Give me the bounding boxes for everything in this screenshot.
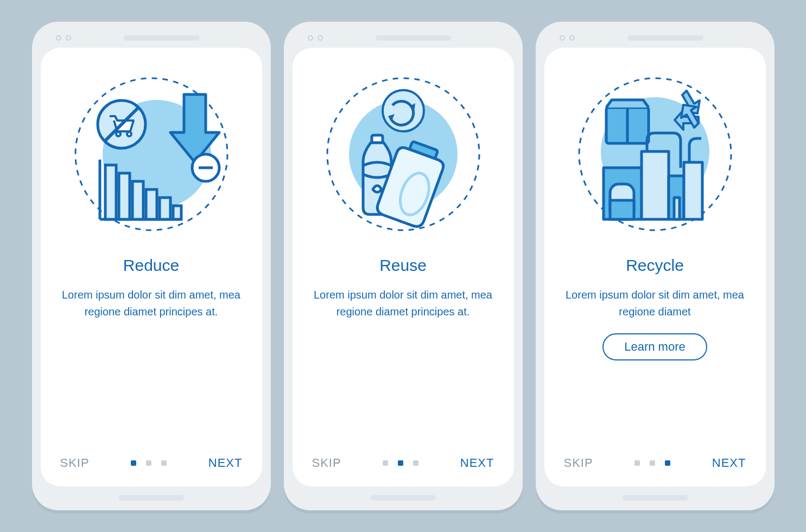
- screen-body: Lorem ipsum dolor sit dim amet, mea regi…: [311, 287, 496, 320]
- pager-dot[interactable]: [665, 460, 670, 466]
- screen-body: Lorem ipsum dolor sit dim amet, mea regi…: [563, 287, 747, 320]
- svg-rect-34: [684, 162, 702, 219]
- next-button[interactable]: NEXT: [208, 456, 243, 470]
- pager-dot[interactable]: [146, 460, 151, 466]
- svg-rect-14: [146, 189, 157, 219]
- phone-status-bar: [544, 30, 766, 46]
- home-indicator: [371, 495, 436, 501]
- svg-rect-13: [132, 181, 143, 219]
- reuse-illustration: [322, 73, 485, 236]
- screen-title: Reduce: [123, 256, 179, 275]
- phone-speaker: [376, 35, 452, 41]
- onboarding-screen: ReuseLorem ipsum dolor sit dim amet, mea…: [293, 48, 514, 486]
- phone-mockup-3: RecycleLorem ipsum dolor sit dim amet, m…: [536, 22, 775, 510]
- svg-rect-31: [610, 200, 634, 219]
- phone-speaker: [124, 35, 200, 41]
- phone-speaker: [627, 35, 703, 41]
- recycle-illustration: [574, 73, 737, 236]
- onboarding-screen: ReduceLorem ipsum dolor sit dim amet, me…: [41, 48, 262, 486]
- skip-button[interactable]: SKIP: [312, 456, 341, 470]
- onboarding-footer: SKIPNEXT: [293, 456, 514, 470]
- onboarding-screen: RecycleLorem ipsum dolor sit dim amet, m…: [544, 48, 766, 486]
- status-dots: [560, 35, 575, 41]
- svg-rect-32: [642, 151, 669, 219]
- skip-button[interactable]: SKIP: [564, 456, 593, 470]
- onboarding-footer: SKIPNEXT: [544, 456, 766, 470]
- screen-body: Lorem ipsum dolor sit dim amet, mea regi…: [59, 287, 244, 320]
- status-dots: [56, 35, 71, 41]
- next-button[interactable]: NEXT: [460, 456, 494, 470]
- next-button[interactable]: NEXT: [712, 456, 746, 470]
- pager-dot[interactable]: [634, 460, 640, 466]
- screen-title: Reuse: [379, 256, 427, 275]
- svg-point-4: [116, 132, 120, 136]
- pager-dot[interactable]: [131, 460, 136, 466]
- svg-rect-11: [105, 165, 116, 219]
- svg-rect-16: [173, 206, 181, 219]
- phone-status-bar: [293, 30, 514, 46]
- svg-rect-12: [119, 173, 130, 219]
- home-indicator: [119, 495, 184, 501]
- pager-dots: [383, 460, 418, 466]
- pager-dot[interactable]: [161, 460, 167, 466]
- svg-point-5: [127, 132, 131, 136]
- status-dots: [308, 35, 323, 41]
- pager-dot[interactable]: [413, 460, 418, 466]
- pager-dot[interactable]: [650, 460, 655, 466]
- pager-dot[interactable]: [398, 460, 403, 466]
- svg-rect-35: [674, 198, 680, 219]
- phone-status-bar: [41, 30, 262, 46]
- pager-dots: [131, 460, 167, 466]
- home-indicator: [623, 495, 688, 501]
- phone-mockup-2: ReuseLorem ipsum dolor sit dim amet, mea…: [284, 22, 523, 510]
- pager-dot[interactable]: [383, 460, 388, 466]
- skip-button[interactable]: SKIP: [60, 456, 90, 470]
- phone-mockup-1: ReduceLorem ipsum dolor sit dim amet, me…: [32, 22, 271, 510]
- reduce-illustration: [70, 73, 233, 236]
- onboarding-footer: SKIPNEXT: [41, 456, 262, 470]
- svg-rect-15: [160, 198, 170, 219]
- learn-more-button[interactable]: Learn more: [602, 333, 707, 360]
- pager-dots: [634, 460, 670, 466]
- screen-title: Recycle: [626, 256, 684, 275]
